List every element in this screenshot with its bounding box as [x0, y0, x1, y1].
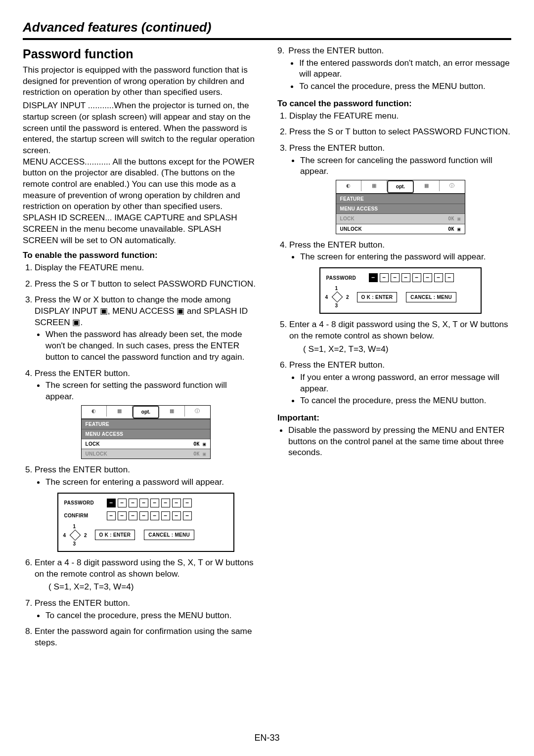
key-mapping: ( S=1, X=2, T=3, W=4) [48, 581, 257, 592]
password-digits: – – – – – – – – [107, 499, 192, 507]
step-text: Enter the password again for confirmatio… [35, 626, 252, 647]
two-column-layout: Password function This projector is equi… [23, 45, 511, 653]
step-text: Press the ENTER button. [35, 598, 130, 608]
diamond-icon [69, 530, 81, 541]
sub-item: The screen for entering a password will … [45, 476, 257, 488]
step-6: Enter a 4 - 8 digit password using the S… [35, 557, 257, 592]
step-text: Enter a 4 - 8 digit password using the S… [35, 557, 254, 579]
cancel-title: To cancel the password function: [277, 98, 511, 109]
osd-menu-access-row: MENU ACCESS [336, 204, 465, 213]
step-text: Press the ENTER button. [289, 240, 385, 250]
step-text: Press the ENTER button. [35, 464, 130, 474]
osd-label: MENU ACCESS [86, 431, 124, 437]
osd-feature-row: FEATURE [336, 194, 465, 204]
important-label: Important: [277, 412, 511, 423]
step-9: 9. Press the ENTER button. If the entere… [277, 45, 511, 93]
osd-tab-icon: ▦ [414, 180, 440, 191]
step-text: Press the ENTER button. [289, 143, 385, 153]
osd-ok: OK ▣ [448, 215, 460, 222]
step-number: 9. [277, 45, 284, 93]
osd-ok: OK ▣ [193, 441, 206, 447]
dpad-3: 3 [335, 302, 338, 309]
step-text: Press the W or X button to change the mo… [35, 294, 248, 327]
digit: – [445, 273, 454, 282]
cstep-6-sub: If you enter a wrong password, an error … [289, 372, 511, 406]
step-4-sub: The screen for setting the password func… [35, 379, 257, 402]
digit: – [129, 511, 137, 520]
cstep-1: Display the FEATURE menu. [289, 110, 511, 122]
digit: – [401, 273, 410, 282]
page-number: EN-33 [0, 733, 534, 743]
def-display-input: DISPLAY INPUT ...........When the projec… [23, 100, 257, 156]
osd-tab-info-icon: ⓘ [440, 180, 465, 191]
osd-unlock-row: UNLOCK OK ▣ [82, 449, 210, 459]
password-row: PASSWORD – – – – – – – – [326, 273, 475, 282]
password-label: PASSWORD [64, 500, 100, 506]
step-7: Press the ENTER button. To cancel the pr… [35, 597, 257, 621]
cancel-steps: Display the FEATURE menu. Press the S or… [277, 110, 511, 407]
dpad-4: 4 [325, 294, 328, 300]
key-mapping: ( S=1, X=2, T=3, W=4) [303, 343, 511, 355]
confirm-label: CONFIRM [64, 512, 100, 519]
password-buttons-row: 1 4 2 3 O K : ENTER CANCEL : MENU [326, 286, 475, 308]
osd-feature-row: FEATURE [82, 419, 210, 429]
osd-label: UNLOCK [86, 451, 108, 457]
dpad-icon: 1 4 2 3 [64, 524, 86, 546]
intro-paragraph: This projector is equipped with the pass… [23, 64, 257, 98]
digit: – [161, 511, 170, 520]
digit: – [434, 273, 443, 282]
password-set-box: PASSWORD – – – – – – – – [57, 493, 234, 552]
sub-item: If you enter a wrong password, an error … [300, 372, 511, 394]
sub-item: The screen for setting the password func… [45, 379, 257, 402]
osd-tabs: ◐ ▦ opt. ▦ ⓘ [82, 406, 210, 419]
digit: – [369, 273, 378, 282]
step-3-sub: When the password has already been set, … [35, 329, 257, 362]
osd-tab-info-icon: ⓘ [185, 406, 210, 417]
important-list: Disable the password by pressing the MEN… [277, 424, 511, 458]
digit: – [423, 273, 432, 282]
step-8: Enter the password again for confirmatio… [35, 626, 257, 648]
enable-steps: Display the FEATURE menu. Press the S or… [23, 262, 257, 648]
osd-tab-opt: opt. [387, 180, 414, 193]
password-label: PASSWORD [326, 275, 362, 281]
osd-lock-screen: ◐ ▦ opt. ▦ ⓘ FEATURE MENU ACCESS LOCK OK… [81, 405, 211, 460]
cstep-4: Press the ENTER button. The screen for e… [289, 239, 511, 314]
cstep-5: Enter a 4 - 8 digit password using the S… [289, 319, 511, 354]
cancel-menu-button: CANCEL : MENU [406, 292, 456, 302]
step-text: Display the FEATURE menu. [35, 262, 144, 272]
dpad-icon: 1 4 2 3 [326, 286, 348, 308]
step-1: Display the FEATURE menu. [35, 262, 257, 273]
osd-label: MENU ACCESS [340, 206, 378, 212]
digit: – [183, 511, 192, 520]
definition-list: DISPLAY INPUT ...........When the projec… [23, 100, 257, 246]
cstep-4-sub: The screen for entering the password wil… [289, 251, 511, 262]
step-2: Press the S or T button to select PASSWO… [35, 278, 257, 290]
sub-item: The screen for canceling the password fu… [300, 155, 511, 177]
ok-enter-button: O K : ENTER [357, 292, 398, 302]
left-column: Password function This projector is equi… [23, 45, 259, 653]
sub-item: If the entered passwords don't match, an… [299, 57, 511, 80]
osd-label: LOCK [340, 215, 355, 222]
password-buttons-row: 1 4 2 3 O K : ENTER CANCEL : MENU [64, 524, 227, 546]
step-text: Press the ENTER button. [288, 45, 384, 55]
digit: – [150, 511, 159, 520]
osd-label: FEATURE [86, 421, 110, 427]
osd-ok: OK ▣ [448, 226, 460, 232]
step-3: Press the W or X button to change the mo… [35, 294, 257, 362]
def-term: MENU ACCESS........... [23, 157, 112, 167]
ok-enter-button: O K : ENTER [95, 530, 135, 540]
dpad-1: 1 [73, 523, 76, 530]
step-text: Press the S or T button to select PASSWO… [289, 126, 510, 136]
digit: – [139, 511, 148, 520]
password-digits: – – – – – – – – [369, 273, 454, 282]
right-column: 9. Press the ENTER button. If the entere… [277, 45, 511, 653]
dpad-4: 4 [63, 532, 66, 539]
dpad-1: 1 [335, 285, 338, 292]
osd-tab-icon: ◐ [82, 406, 107, 417]
step-text: Press the ENTER button. [289, 360, 385, 370]
osd-tab-icon: ▦ [361, 180, 387, 191]
osd-ok: OK ▣ [193, 451, 206, 457]
osd-tabs: ◐ ▦ opt. ▦ ⓘ [336, 180, 465, 194]
sub-item: To cancel the procedure, press the MENU … [45, 610, 257, 621]
sub-item: To cancel the procedure, press the MENU … [300, 395, 511, 406]
